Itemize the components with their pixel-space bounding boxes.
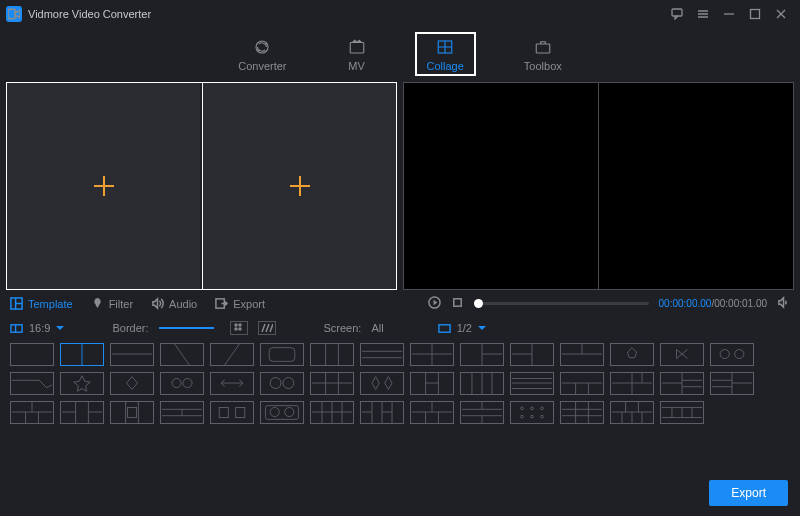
svg-rect-2: [751, 10, 760, 19]
template-item[interactable]: [310, 401, 354, 424]
template-item[interactable]: [710, 372, 754, 395]
svg-line-20: [225, 344, 240, 365]
tab-export[interactable]: Export: [215, 297, 265, 310]
tab-template[interactable]: Template: [10, 297, 73, 310]
chevron-down-icon: [56, 326, 64, 330]
svg-rect-6: [536, 44, 550, 53]
template-item[interactable]: [260, 401, 304, 424]
svg-rect-0: [8, 9, 15, 19]
template-item[interactable]: [560, 401, 604, 424]
svg-marker-37: [127, 377, 138, 390]
template-item[interactable]: [560, 343, 604, 366]
collage-slot-2[interactable]: [202, 83, 396, 289]
svg-line-19: [175, 344, 190, 365]
nav-toolbox-label: Toolbox: [524, 60, 562, 72]
template-item[interactable]: [10, 343, 54, 366]
nav-mv-label: MV: [348, 60, 365, 72]
template-item[interactable]: [60, 401, 104, 424]
close-icon[interactable]: [774, 7, 788, 21]
nav-converter[interactable]: Converter: [226, 32, 298, 76]
svg-marker-34: [627, 348, 636, 358]
template-item[interactable]: [460, 372, 504, 395]
panel-tabs: Template Filter Audio Export: [10, 297, 265, 310]
feedback-icon[interactable]: [670, 7, 684, 21]
template-item[interactable]: [260, 343, 304, 366]
template-item[interactable]: [360, 343, 404, 366]
maximize-icon[interactable]: [748, 7, 762, 21]
svg-point-86: [285, 407, 294, 416]
nav-converter-label: Converter: [238, 60, 286, 72]
screen-label: Screen:: [324, 322, 362, 334]
template-item[interactable]: [410, 343, 454, 366]
svg-point-106: [531, 407, 534, 410]
template-controls: 16:9 Border: Screen: All 1/2: [0, 317, 800, 339]
template-item[interactable]: [160, 401, 204, 424]
template-item[interactable]: [610, 343, 654, 366]
svg-rect-79: [127, 407, 136, 417]
template-item[interactable]: [610, 372, 654, 395]
svg-rect-4: [350, 43, 364, 54]
border-color-picker[interactable]: [230, 321, 248, 335]
template-item[interactable]: [160, 372, 204, 395]
minimize-icon[interactable]: [722, 7, 736, 21]
border-pattern-picker[interactable]: [258, 321, 276, 335]
app-title: Vidmore Video Converter: [28, 8, 151, 20]
svg-point-85: [270, 407, 279, 416]
tab-filter[interactable]: Filter: [91, 297, 133, 310]
nav-toolbox[interactable]: Toolbox: [512, 32, 574, 76]
template-item[interactable]: [210, 401, 254, 424]
page-select[interactable]: 1/2: [438, 322, 486, 335]
template-item[interactable]: [210, 343, 254, 366]
template-item[interactable]: [410, 401, 454, 424]
template-item[interactable]: [310, 372, 354, 395]
nav-collage[interactable]: Collage: [415, 32, 476, 76]
svg-point-35: [720, 349, 729, 358]
template-item[interactable]: [60, 343, 104, 366]
nav-mv[interactable]: MV: [335, 32, 379, 76]
template-item[interactable]: [510, 401, 554, 424]
timeline-slider[interactable]: [474, 302, 649, 305]
template-item[interactable]: [110, 372, 154, 395]
template-item[interactable]: [460, 401, 504, 424]
template-item[interactable]: [410, 372, 454, 395]
template-item[interactable]: [660, 401, 704, 424]
template-item[interactable]: [360, 401, 404, 424]
template-item[interactable]: [710, 343, 754, 366]
menu-icon[interactable]: [696, 7, 710, 21]
template-item[interactable]: [10, 401, 54, 424]
svg-point-38: [172, 378, 181, 387]
svg-rect-16: [439, 324, 450, 331]
svg-point-39: [183, 378, 192, 387]
template-item[interactable]: [660, 372, 704, 395]
svg-point-13: [239, 324, 241, 326]
export-button[interactable]: Export: [709, 480, 788, 506]
template-item[interactable]: [110, 343, 154, 366]
aspect-ratio-select[interactable]: 16:9: [10, 322, 64, 335]
template-item[interactable]: [10, 372, 54, 395]
template-item[interactable]: [360, 372, 404, 395]
template-item[interactable]: [560, 372, 604, 395]
svg-rect-10: [453, 299, 460, 306]
template-item[interactable]: [310, 343, 354, 366]
svg-point-40: [270, 378, 281, 389]
screen-select[interactable]: All: [371, 322, 389, 334]
border-style-select[interactable]: [159, 327, 220, 329]
template-item[interactable]: [160, 343, 204, 366]
top-nav: Converter MV Collage Toolbox: [0, 28, 800, 82]
tab-audio-label: Audio: [169, 298, 197, 310]
play-button[interactable]: [428, 296, 441, 311]
template-item[interactable]: [110, 401, 154, 424]
tab-audio[interactable]: Audio: [151, 297, 197, 310]
collage-slot-1[interactable]: [7, 83, 200, 289]
template-item[interactable]: [60, 372, 104, 395]
screen-value: All: [371, 322, 383, 334]
template-item[interactable]: [510, 343, 554, 366]
template-item[interactable]: [510, 372, 554, 395]
template-item[interactable]: [460, 343, 504, 366]
template-item[interactable]: [210, 372, 254, 395]
stop-button[interactable]: [451, 296, 464, 311]
template-item[interactable]: [260, 372, 304, 395]
volume-icon[interactable]: [777, 296, 790, 311]
template-item[interactable]: [660, 343, 704, 366]
template-item[interactable]: [610, 401, 654, 424]
